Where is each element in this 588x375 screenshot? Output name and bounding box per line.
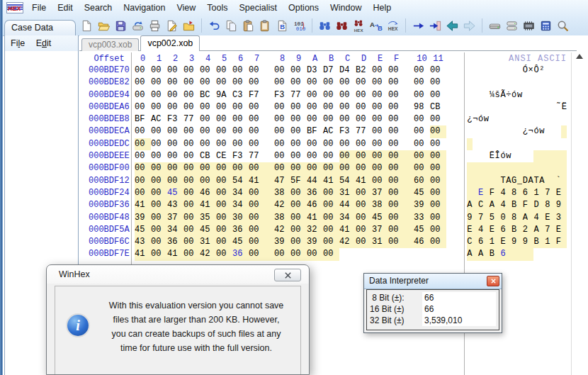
byte-cell[interactable]: 00 [323, 224, 339, 236]
menu-window[interactable]: Window [324, 0, 367, 16]
ascii-cell[interactable] [500, 125, 506, 138]
byte-cell[interactable]: 00 [307, 162, 323, 174]
copy-binary-icon[interactable]: 101010 [292, 18, 307, 33]
ascii-cell[interactable] [478, 65, 484, 77]
byte-cell[interactable]: 00 [232, 101, 249, 113]
ascii-cell[interactable] [556, 113, 562, 125]
ascii-cell[interactable] [522, 113, 528, 125]
byte-cell[interactable]: 00 [249, 212, 265, 224]
byte-cell[interactable]: 34 [232, 187, 249, 199]
byte-cell[interactable]: 00 [388, 199, 405, 211]
ascii-cell[interactable] [522, 77, 528, 89]
byte-cell[interactable]: 00 [232, 162, 249, 174]
ascii-cell[interactable] [511, 77, 517, 89]
byte-cell[interactable]: 00 [356, 212, 372, 224]
byte-cell[interactable]: 00 [339, 113, 356, 125]
byte-cell[interactable]: 00 [249, 77, 265, 89]
ascii-cell[interactable] [467, 162, 473, 174]
byte-cell[interactable]: 00 [356, 224, 372, 236]
row-offset[interactable]: 000BDF48 [89, 212, 130, 224]
ascii-cell[interactable]: ¼ [489, 89, 494, 101]
byte-cell[interactable]: 00 [372, 101, 388, 113]
row-offset[interactable]: 000BDECA [89, 125, 130, 138]
menu-help[interactable]: Help [368, 0, 397, 16]
byte-cell[interactable]: 00 [339, 89, 356, 101]
ascii-cell[interactable] [473, 150, 478, 162]
ascii-cell[interactable]: F [489, 187, 494, 199]
byte-cell[interactable]: 00 [307, 138, 323, 150]
byte-cell[interactable]: 00 [372, 113, 388, 125]
ascii-cell[interactable] [511, 248, 517, 260]
byte-cell[interactable]: 00 [249, 199, 265, 211]
ascii-cell[interactable]: A [522, 212, 528, 224]
ascii-cell[interactable] [478, 138, 484, 150]
ascii-cell[interactable] [489, 77, 494, 89]
ascii-cell[interactable] [506, 138, 511, 150]
ascii-cell[interactable] [550, 187, 556, 199]
byte-cell[interactable]: 00 [339, 162, 356, 174]
byte-cell[interactable]: 00 [183, 187, 200, 199]
ascii-cell[interactable] [494, 224, 500, 236]
ascii-cell[interactable] [533, 101, 539, 113]
byte-cell[interactable]: 00 [216, 187, 232, 199]
byte-cell[interactable]: D3 [307, 65, 323, 77]
byte-cell[interactable]: 00 [135, 187, 151, 199]
ascii-cell[interactable]: 9 [467, 212, 473, 224]
byte-cell[interactable]: 00 [274, 65, 290, 77]
byte-cell[interactable]: 36 [167, 236, 183, 248]
ascii-cell[interactable] [550, 236, 556, 248]
byte-cell[interactable]: 00 [183, 138, 200, 150]
ascii-cell[interactable] [494, 138, 500, 150]
ascii-cell[interactable]: 3 [556, 212, 562, 224]
ascii-cell[interactable] [550, 199, 556, 211]
ascii-cell[interactable] [467, 187, 473, 199]
byte-cell[interactable]: 00 [216, 101, 232, 113]
ascii-cell[interactable] [539, 162, 545, 174]
ascii-cell[interactable] [556, 77, 562, 89]
ascii-cell[interactable] [511, 125, 517, 138]
ascii-cell[interactable] [550, 175, 556, 187]
byte-cell[interactable]: 00 [430, 236, 446, 248]
byte-cell[interactable]: 36 [232, 224, 249, 236]
ascii-cell[interactable] [539, 199, 545, 211]
ascii-cell[interactable]: w [539, 125, 545, 138]
ascii-cell[interactable] [511, 138, 517, 150]
ascii-cell[interactable] [506, 101, 511, 113]
byte-cell[interactable]: 00 [216, 212, 232, 224]
byte-cell[interactable]: 00 [183, 101, 200, 113]
byte-cell[interactable]: 36 [232, 248, 249, 260]
menu-tools[interactable]: Tools [201, 0, 233, 16]
byte-cell[interactable]: 31 [200, 236, 216, 248]
ascii-cell[interactable]: E [545, 212, 550, 224]
ascii-cell[interactable] [528, 224, 533, 236]
ascii-cell[interactable] [517, 236, 523, 248]
byte-cell[interactable]: 00 [216, 162, 232, 174]
byte-cell[interactable]: 00 [151, 138, 167, 150]
ascii-cell[interactable] [473, 65, 478, 77]
ascii-cell[interactable] [467, 138, 473, 150]
menu-file[interactable]: File [26, 0, 52, 16]
byte-cell[interactable]: 00 [388, 187, 405, 199]
search-magnifier-icon[interactable] [555, 18, 570, 33]
byte-cell[interactable]: 00 [372, 162, 388, 174]
row-offset[interactable]: 000BDF36 [89, 199, 130, 211]
byte-cell[interactable]: 00 [151, 212, 167, 224]
ascii-cell[interactable]: 7 [545, 187, 550, 199]
ascii-cell[interactable] [473, 77, 478, 89]
byte-cell[interactable]: 00 [356, 236, 372, 248]
byte-cell[interactable]: 00 [307, 101, 323, 113]
byte-cell[interactable]: 00 [200, 113, 216, 125]
byte-cell[interactable]: 37 [167, 212, 183, 224]
ascii-cell[interactable] [484, 162, 490, 174]
goto-offset-icon[interactable] [411, 18, 426, 33]
byte-cell[interactable]: 00 [167, 101, 183, 113]
byte-cell[interactable]: 00 [290, 162, 307, 174]
byte-cell[interactable]: 00 [135, 65, 151, 77]
byte-cell[interactable]: 00 [151, 65, 167, 77]
byte-cell[interactable]: 38 [274, 187, 290, 199]
byte-cell[interactable]: 00 [372, 175, 388, 187]
ascii-cell[interactable] [494, 175, 500, 187]
ascii-cell[interactable]: ² [539, 65, 545, 77]
ascii-cell[interactable] [484, 77, 490, 89]
ascii-cell[interactable] [556, 150, 562, 162]
